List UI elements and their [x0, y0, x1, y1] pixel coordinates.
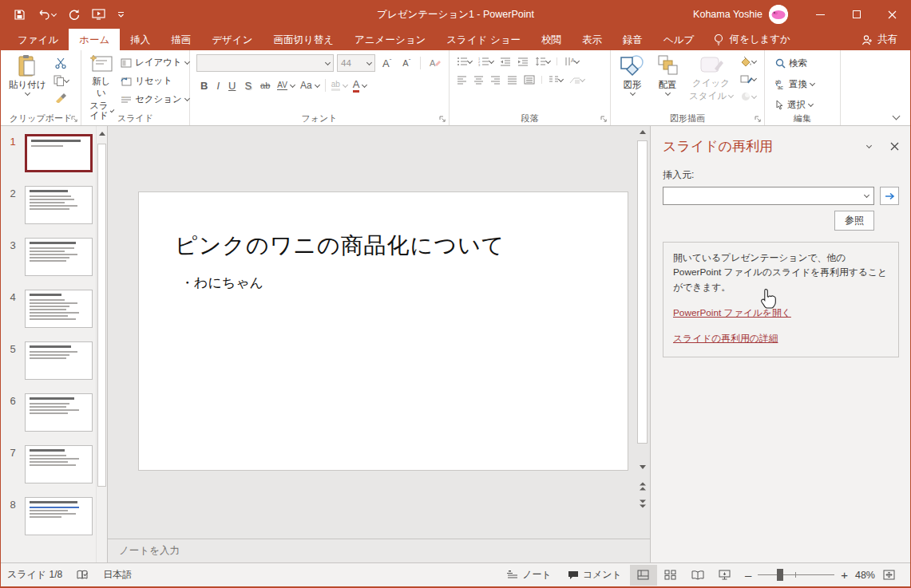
tab-animations[interactable]: アニメーション: [344, 29, 436, 50]
panel-scroll-thumb[interactable]: [97, 144, 106, 487]
text-direction-button[interactable]: A: [561, 55, 581, 68]
shape-outline-button[interactable]: [738, 73, 759, 85]
learn-more-link[interactable]: スライドの再利用の詳細: [673, 331, 778, 345]
italic-button[interactable]: I: [212, 78, 224, 93]
slide-thumbnail-row[interactable]: 8: [1, 497, 96, 535]
fit-to-window-button[interactable]: [875, 565, 902, 586]
justify-button[interactable]: [505, 74, 520, 86]
bold-button[interactable]: B: [196, 78, 212, 93]
zoom-out-button[interactable]: –: [745, 569, 751, 581]
tab-view[interactable]: 表示: [572, 29, 612, 50]
paste-dropdown-icon[interactable]: [25, 90, 30, 96]
start-slideshow-icon[interactable]: [92, 9, 105, 20]
editor-scroll-thumb[interactable]: [637, 140, 648, 444]
slide-counter[interactable]: スライド 1/8: [7, 568, 62, 582]
editor-scroll-up-icon[interactable]: [637, 126, 648, 138]
bullets-button[interactable]: [454, 55, 474, 68]
slide-thumbnail[interactable]: [25, 497, 93, 535]
text-shadow-button[interactable]: S: [240, 78, 255, 93]
copy-button[interactable]: [51, 73, 71, 88]
align-right-button[interactable]: [488, 74, 503, 86]
tab-transitions[interactable]: 画面切り替え: [263, 29, 344, 50]
numbering-button[interactable]: 123: [476, 55, 496, 68]
slide-thumbnail-row[interactable]: 4: [1, 290, 96, 328]
highlight-button[interactable]: ab: [329, 78, 350, 93]
panel-scroll-up-icon[interactable]: [97, 128, 107, 140]
align-left-button[interactable]: [454, 74, 469, 86]
slide-thumbnail[interactable]: [25, 341, 93, 380]
collapse-ribbon-button[interactable]: [893, 111, 899, 120]
customize-qat-icon[interactable]: [117, 11, 125, 18]
change-case-button[interactable]: Aa: [298, 78, 322, 93]
slide-thumbnail[interactable]: [25, 290, 93, 328]
pane-close-button[interactable]: [890, 142, 899, 151]
zoom-slider-thumb[interactable]: [777, 569, 783, 581]
slide-thumbnail-row[interactable]: 7: [1, 445, 96, 483]
slide-thumbnail[interactable]: [25, 238, 93, 276]
font-dialog-launcher[interactable]: [439, 116, 446, 123]
editor-scrollbar[interactable]: [635, 126, 650, 515]
editor-scroll-down-icon[interactable]: [637, 461, 648, 473]
font-color-button[interactable]: A: [351, 77, 370, 94]
slide-sorter-view-button[interactable]: [657, 565, 684, 586]
shapes-button[interactable]: 図形: [614, 53, 651, 97]
undo-dropdown-icon[interactable]: [51, 10, 57, 16]
go-button[interactable]: [880, 187, 899, 205]
decrease-indent-button[interactable]: [497, 55, 513, 68]
slide-thumbnail-row[interactable]: 6: [1, 393, 96, 432]
redo-icon[interactable]: [68, 9, 80, 21]
zoom-slider[interactable]: [758, 574, 834, 575]
arrange-button[interactable]: 配置: [651, 53, 684, 97]
avatar[interactable]: [769, 5, 788, 24]
comments-toggle[interactable]: コメント: [560, 568, 630, 582]
section-button[interactable]: セクション: [118, 92, 192, 107]
panel-scrollbar[interactable]: [96, 126, 107, 562]
slide-thumbnail-row[interactable]: 2: [1, 186, 96, 224]
drawing-dialog-launcher[interactable]: [755, 116, 762, 123]
find-button[interactable]: 検索: [773, 56, 817, 71]
account-user-name[interactable]: Kohama Yoshie: [693, 9, 762, 20]
save-icon[interactable]: [14, 9, 26, 21]
clear-formatting-button[interactable]: A: [426, 56, 443, 70]
previous-slide-button[interactable]: [637, 480, 648, 492]
strikethrough-button[interactable]: ab: [256, 79, 274, 92]
smartart-button[interactable]: [567, 73, 587, 86]
paste-button[interactable]: 貼り付け: [4, 53, 51, 97]
font-size-combo[interactable]: 44: [337, 54, 375, 72]
notes-toggle[interactable]: ノート: [499, 568, 560, 582]
underline-button[interactable]: U: [224, 78, 240, 93]
next-slide-button[interactable]: [637, 498, 648, 510]
zoom-in-button[interactable]: +: [841, 569, 848, 581]
slide-thumbnail[interactable]: [25, 134, 93, 172]
normal-view-button[interactable]: [630, 565, 657, 586]
select-button[interactable]: 選択: [773, 97, 817, 112]
distribute-button[interactable]: [521, 73, 537, 86]
reset-button[interactable]: リセット: [118, 73, 192, 89]
format-painter-button[interactable]: [51, 91, 71, 105]
align-center-button[interactable]: [471, 74, 486, 86]
shape-fill-button[interactable]: [738, 55, 759, 68]
slide-canvas[interactable]: ピンクのワニの商品化について ・わにちゃん: [138, 191, 628, 471]
language-indicator[interactable]: 日本語: [103, 568, 132, 582]
decrease-font-button[interactable]: Aˇ: [398, 57, 414, 69]
line-spacing-button[interactable]: [533, 55, 553, 68]
tab-insert[interactable]: 挿入: [120, 29, 160, 50]
tab-slideshow[interactable]: スライド ショー: [436, 29, 531, 50]
notes-area[interactable]: ノートを入力: [108, 539, 650, 562]
tab-review[interactable]: 校閲: [531, 29, 572, 50]
pane-dropdown-icon[interactable]: [866, 143, 872, 148]
minimize-button[interactable]: [802, 0, 838, 29]
slide-thumbnail-row[interactable]: 1: [1, 134, 96, 172]
reading-view-button[interactable]: [684, 565, 711, 586]
tab-home[interactable]: ホーム: [69, 29, 120, 50]
slideshow-view-button[interactable]: [711, 565, 739, 586]
tab-draw[interactable]: 描画: [160, 29, 201, 50]
slide-thumbnail[interactable]: [25, 186, 93, 224]
tab-help[interactable]: ヘルプ: [653, 29, 704, 50]
close-button[interactable]: [874, 0, 910, 29]
font-name-combo[interactable]: [196, 54, 334, 72]
maximize-button[interactable]: [838, 0, 874, 29]
zoom-percentage[interactable]: 48%: [848, 570, 875, 581]
tab-recording[interactable]: 録音: [612, 29, 653, 50]
insert-from-combo[interactable]: [663, 187, 874, 205]
